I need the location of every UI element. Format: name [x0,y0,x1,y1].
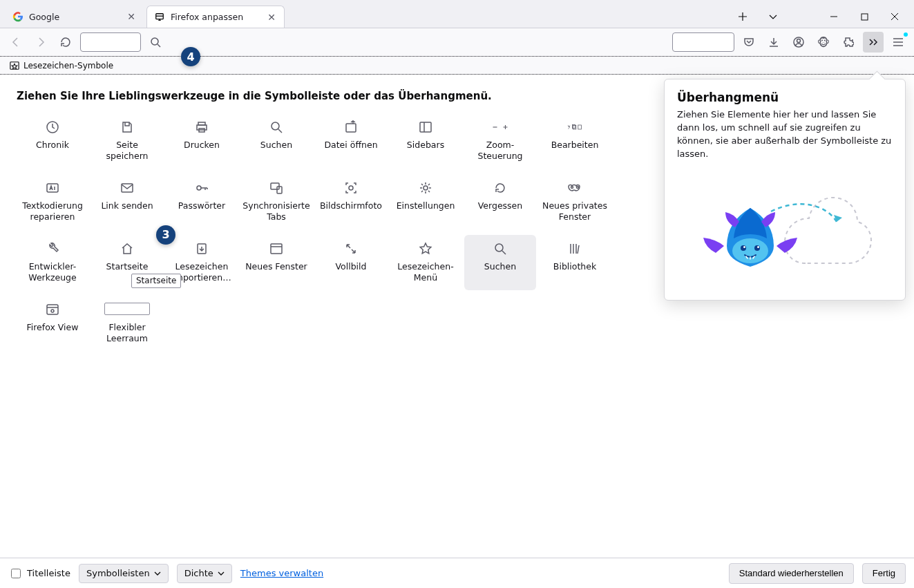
tile-edit[interactable]: Bearbeiten [539,113,611,169]
window-maximize[interactable] [850,6,878,28]
tile-textencoding[interactable]: Textkodierung reparieren [17,174,88,229]
customize-main: Ziehen Sie Ihre Lieblingswerkzeuge in di… [0,75,914,558]
chevron-down-icon [154,571,161,576]
svg-point-33 [743,246,745,248]
overflow-text: Ziehen Sie Elemente hier her und lassen … [677,108,893,160]
tile-settings[interactable]: Einstellungen [390,174,461,229]
reload-button[interactable] [55,32,76,53]
tab-strip: Google ✕ Firefox anpassen ✕ [0,0,914,28]
tooltip-startseite: Startseite [131,274,181,288]
tile-bookmarks-menu[interactable]: Lesezeichen-Menü [390,235,461,290]
tile-open-file[interactable]: Datei öffnen [315,113,387,169]
tile-print[interactable]: Drucken [166,113,238,169]
mask-icon [567,180,583,196]
svg-rect-17 [122,184,133,192]
synced-tabs-icon [268,180,285,196]
svg-rect-26 [271,244,282,254]
tab-label: Google [29,12,59,22]
svg-point-34 [757,246,759,248]
svg-rect-14 [573,126,576,129]
tile-flex-space[interactable]: Flexibler Leerraum [91,296,163,351]
svg-point-18 [197,186,201,190]
all-tabs-button[interactable] [759,6,787,28]
bookmarks-toolbar-item[interactable]: Lesezeichen-Symbole [7,59,116,72]
forget-icon [492,180,508,196]
tile-screenshot[interactable]: Bildschirmfoto [315,174,387,229]
tile-firefox-view[interactable]: Firefox View [17,296,88,351]
bookmarks-folder-icon [10,61,19,70]
customize-favicon [154,12,165,23]
step-badge-4: 4 [181,47,200,66]
close-icon[interactable]: ✕ [126,11,137,22]
titlebar-checkbox[interactable]: Titelleiste [8,567,70,580]
extension-icon-1[interactable]: 🐵 [813,32,834,53]
account-icon[interactable] [788,32,809,53]
tab-google[interactable]: Google ✕ [6,6,144,28]
density-dropdown[interactable]: Dichte [177,564,232,583]
svg-point-10 [272,122,279,130]
window-minimize[interactable] [820,6,848,28]
tile-forget[interactable]: Vergessen [464,174,536,229]
zoom-icon [492,119,508,135]
toolbars-dropdown[interactable]: Symbolleisten [79,564,169,583]
tile-devtools[interactable]: Entwickler-Werkzeuge [17,235,88,290]
new-tab-button[interactable] [729,6,756,28]
toolbar-dropzone-right[interactable] [672,32,734,52]
svg-rect-16 [47,184,58,192]
tile-library[interactable]: Bibliothek [539,235,611,290]
svg-rect-13 [572,124,575,128]
overflow-button[interactable] [863,32,884,53]
tile-zoom[interactable]: Zoom-Steuerung [464,113,536,169]
svg-point-32 [754,245,760,251]
tile-homepage[interactable]: Startseite 3 Startseite [91,235,163,290]
back-button[interactable] [6,32,26,53]
tile-new-window[interactable]: Neues Fenster [240,235,312,290]
extensions-icon[interactable] [838,32,859,53]
tile-synced-tabs[interactable]: Synchronisierte Tabs [240,174,312,229]
firefox-view-icon [44,301,61,318]
app-menu-button[interactable] [888,32,908,53]
tile-history[interactable]: Chronik [17,113,88,169]
tab-customize[interactable]: Firefox anpassen ✕ [146,6,285,28]
forward-button[interactable] [30,32,51,53]
window-close[interactable] [881,6,908,28]
close-icon[interactable]: ✕ [266,12,277,23]
library-icon [567,240,583,257]
tile-search-box[interactable]: Suchen [464,235,536,290]
tile-find[interactable]: Suchen [240,113,312,169]
import-icon [193,240,210,257]
open-file-icon [343,119,359,135]
themes-link[interactable]: Themes verwalten [240,568,323,578]
svg-point-31 [741,245,746,251]
wrench-icon [44,240,61,257]
restore-defaults-button[interactable]: Standard wiederherstellen [729,563,854,584]
save-icon [119,119,135,135]
svg-point-2 [151,38,158,45]
done-button[interactable]: Fertig [862,563,906,584]
home-icon [119,240,135,257]
bookmarks-toolbar: Lesezeichen-Symbole [0,57,914,75]
downloads-icon[interactable] [763,32,784,53]
toolbar-dropzone[interactable] [80,32,141,52]
svg-point-29 [51,310,54,312]
tile-passwords[interactable]: Passwörter [166,174,238,229]
overflow-panel: Überhangmenü Ziehen Sie Elemente hier he… [664,79,906,301]
pocket-icon[interactable] [739,32,759,53]
fullscreen-icon [343,240,359,257]
tile-save-page[interactable]: Seite speichern [91,113,163,169]
overflow-title: Überhangmenü [677,91,893,104]
tile-send-link[interactable]: Link senden [91,174,163,229]
tile-private-window[interactable]: Neues privates Fenster [539,174,611,229]
encoding-icon [44,180,61,196]
tile-fullscreen[interactable]: Vollbild [315,235,387,290]
search-icon[interactable] [145,32,166,53]
flex-space-icon [104,303,150,315]
svg-point-27 [495,244,503,252]
svg-rect-1 [861,14,868,20]
star-icon [417,240,434,257]
edit-icon [567,119,583,135]
svg-rect-12 [420,122,431,132]
clock-icon [44,119,61,135]
tile-sidebars[interactable]: Sidebars [390,113,461,169]
svg-rect-15 [578,125,582,129]
